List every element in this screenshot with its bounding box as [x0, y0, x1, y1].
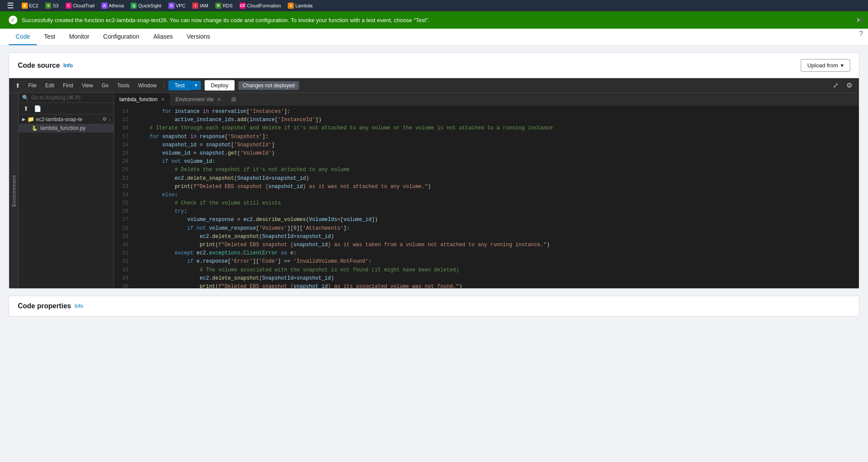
tab-env-close-icon[interactable]: × — [217, 96, 221, 102]
vpc-icon: V — [168, 3, 174, 9]
fullscreen-icon[interactable]: ⤢ — [831, 80, 841, 90]
line-numbers: 14 15 16 17 18 19 20 21 22 23 24 25 26 2… — [114, 108, 134, 288]
tab-test[interactable]: Test — [37, 29, 62, 45]
quicksight-icon: Q — [131, 3, 137, 9]
editor-tabs-bar: lambda_function × Environment Var × ⊕ — [114, 93, 859, 106]
code-props-title-text: Code properties — [18, 302, 71, 310]
file-tree-search-bar: 🔍 — [19, 93, 114, 103]
upload-dropdown-icon: ▾ — [841, 62, 844, 69]
environment-label: Environment — [11, 175, 16, 207]
settings-icon[interactable]: ⚙ — [856, 15, 866, 25]
tab-env-var-label: Environment Var — [175, 96, 214, 102]
python-file-icon: 🐍 — [32, 125, 38, 131]
ec2-icon: E — [22, 3, 28, 9]
tab-configuration[interactable]: Configuration — [96, 29, 146, 45]
code-properties-card: Code properties Info — [9, 296, 859, 317]
nav-vpc[interactable]: V VPC — [166, 2, 188, 10]
folder-settings-icon[interactable]: ⚙ — [102, 116, 107, 122]
nav-lambda[interactable]: λ Lambda — [285, 2, 315, 10]
go-menu[interactable]: Go — [99, 82, 111, 89]
tree-file-lambda[interactable]: 🐍 lambda_function.py — [19, 124, 114, 132]
top-navigation: ☰ E EC2 S S3 C CloudTrail A Athena Q Qui… — [0, 0, 868, 11]
tree-actions-bar: ⬆ 📄 — [19, 103, 114, 115]
code-source-title-text: Code source — [18, 62, 60, 69]
code-source-header: Code source Info Upload from ▾ — [9, 53, 859, 78]
rds-icon: R — [215, 3, 221, 9]
success-banner: ✓ Successfully created the function ec2-… — [0, 11, 868, 29]
hamburger-menu[interactable]: ☰ — [3, 1, 17, 10]
editor-tab-environment-var[interactable]: Environment Var × — [170, 93, 227, 106]
deploy-button[interactable]: Deploy — [204, 80, 235, 91]
code-content-area[interactable]: 14 15 16 17 18 19 20 21 22 23 24 25 26 2… — [114, 106, 859, 288]
nav-ec2-label: EC2 — [29, 3, 38, 8]
environment-sidebar-toggle[interactable]: Environment — [9, 93, 19, 288]
athena-icon: A — [102, 3, 108, 9]
tab-lambda-close-icon[interactable]: × — [161, 96, 164, 102]
code-source-card: Code source Info Upload from ▾ ⬆ File Ed… — [9, 53, 859, 289]
editor-toolbar: ⬆ File Edit Find View Go Tools Window Te… — [9, 78, 859, 93]
nav-iam-label: IAM — [200, 3, 208, 8]
tools-menu[interactable]: Tools — [115, 82, 132, 89]
test-button-group: Test ▾ — [168, 80, 201, 90]
window-menu[interactable]: Window — [135, 82, 159, 89]
iam-icon: I — [192, 3, 198, 9]
main-content: Code source Info Upload from ▾ ⬆ File Ed… — [0, 53, 868, 462]
goto-anything-input[interactable] — [31, 95, 110, 101]
upload-from-label: Upload from — [807, 62, 838, 69]
nav-quicksight[interactable]: Q QuickSight — [128, 2, 164, 10]
main-tabs-bar: Code Test Monitor Configuration Aliases … — [0, 29, 868, 46]
nav-athena[interactable]: A Athena — [99, 2, 127, 10]
nav-vpc-label: VPC — [176, 3, 186, 8]
nav-cloudtrail-label: CloudTrail — [73, 3, 95, 8]
view-menu[interactable]: View — [79, 82, 95, 89]
code-editor-panel[interactable]: lambda_function × Environment Var × ⊕ 14… — [114, 93, 859, 288]
tree-folder-root[interactable]: ▶ 📁 ec2-lambda-snap-te ⚙ › — [19, 115, 114, 124]
question-icon[interactable]: ? — [856, 29, 866, 39]
tree-new-file-icon[interactable]: 📄 — [33, 105, 43, 112]
nav-ec2[interactable]: E EC2 — [19, 2, 41, 10]
test-dropdown-button[interactable]: ▾ — [191, 81, 201, 90]
code-text-area[interactable]: for instance in reservation['Instances']… — [134, 108, 859, 288]
editor-tab-lambda-function[interactable]: lambda_function × — [114, 93, 170, 106]
banner-message: Successfully created the function ec2-la… — [22, 17, 430, 23]
changes-not-deployed-badge: Changes not deployed — [238, 81, 299, 90]
folder-name: ec2-lambda-snap-te — [36, 116, 82, 122]
sidebar-toggle-icon[interactable]: ⬆ — [13, 81, 22, 90]
test-button[interactable]: Test — [168, 80, 191, 90]
find-menu[interactable]: Find — [60, 82, 76, 89]
code-source-info-link[interactable]: Info — [63, 63, 73, 69]
tab-versions[interactable]: Versions — [180, 29, 217, 45]
tab-add-button[interactable]: ⊕ — [227, 95, 241, 103]
code-props-info-link[interactable]: Info — [75, 303, 83, 309]
file-menu[interactable]: File — [26, 82, 39, 89]
tab-code[interactable]: Code — [9, 29, 37, 45]
tab-aliases[interactable]: Aliases — [146, 29, 180, 45]
file-tree-panel: 🔍 ⬆ 📄 ▶ 📁 ec2-lambda-snap-te ⚙ › 🐍 lambd… — [19, 93, 114, 288]
nav-rds[interactable]: R RDS — [213, 2, 235, 10]
nav-quicksight-label: QuickSight — [138, 3, 161, 8]
nav-lambda-label: Lambda — [295, 3, 312, 8]
nav-cloudtrail[interactable]: C CloudTrail — [63, 2, 97, 10]
tab-lambda-label: lambda_function — [119, 96, 158, 102]
file-name: lambda_function.py — [40, 125, 85, 131]
tree-collapse-icon[interactable]: ⬆ — [22, 105, 30, 112]
editor-area: Environment 🔍 ⬆ 📄 ▶ 📁 ec2-lambda-snap-te… — [9, 93, 859, 288]
folder-icon: 📁 — [27, 116, 34, 122]
nav-athena-label: Athena — [109, 3, 124, 8]
nav-cloudformation-label: CloudFormation — [247, 3, 281, 8]
folder-arrow-icon: ▶ — [22, 117, 26, 122]
s3-icon: S — [45, 3, 51, 9]
code-source-title-group: Code source Info — [18, 62, 73, 69]
folder-chevron-icon: › — [108, 117, 110, 122]
nav-s3-label: S3 — [53, 3, 58, 8]
toolbar-separator-1 — [164, 82, 164, 89]
upload-from-button[interactable]: Upload from ▾ — [801, 59, 850, 72]
nav-s3[interactable]: S S3 — [43, 2, 61, 10]
editor-settings-icon[interactable]: ⚙ — [844, 80, 855, 90]
nav-iam[interactable]: I IAM — [190, 2, 211, 10]
edit-menu[interactable]: Edit — [43, 82, 57, 89]
right-side-icons: ⚙ ? — [854, 11, 868, 43]
tab-monitor[interactable]: Monitor — [62, 29, 96, 45]
nav-cloudformation[interactable]: CF CloudFormation — [237, 2, 283, 10]
success-icon: ✓ — [9, 16, 17, 24]
